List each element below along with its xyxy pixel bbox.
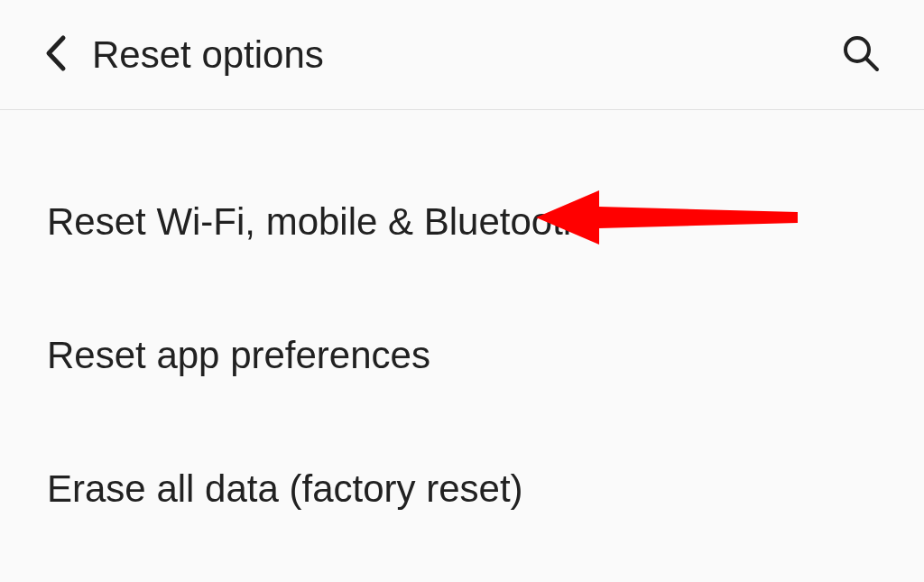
option-label: Reset Wi-Fi, mobile & Bluetooth xyxy=(47,200,584,243)
option-reset-app-preferences[interactable]: Reset app preferences xyxy=(0,289,924,422)
header: Reset options xyxy=(0,0,924,110)
page-title: Reset options xyxy=(92,33,841,77)
option-reset-wifi-mobile-bluetooth[interactable]: Reset Wi-Fi, mobile & Bluetooth xyxy=(0,155,924,289)
svg-line-1 xyxy=(866,59,877,69)
search-icon[interactable] xyxy=(841,33,881,77)
options-list: Reset Wi-Fi, mobile & Bluetooth Reset ap… xyxy=(0,110,924,556)
back-icon[interactable] xyxy=(43,34,67,76)
option-label: Erase all data (factory reset) xyxy=(47,467,523,510)
option-erase-all-data[interactable]: Erase all data (factory reset) xyxy=(0,422,924,556)
option-label: Reset app preferences xyxy=(47,334,430,376)
